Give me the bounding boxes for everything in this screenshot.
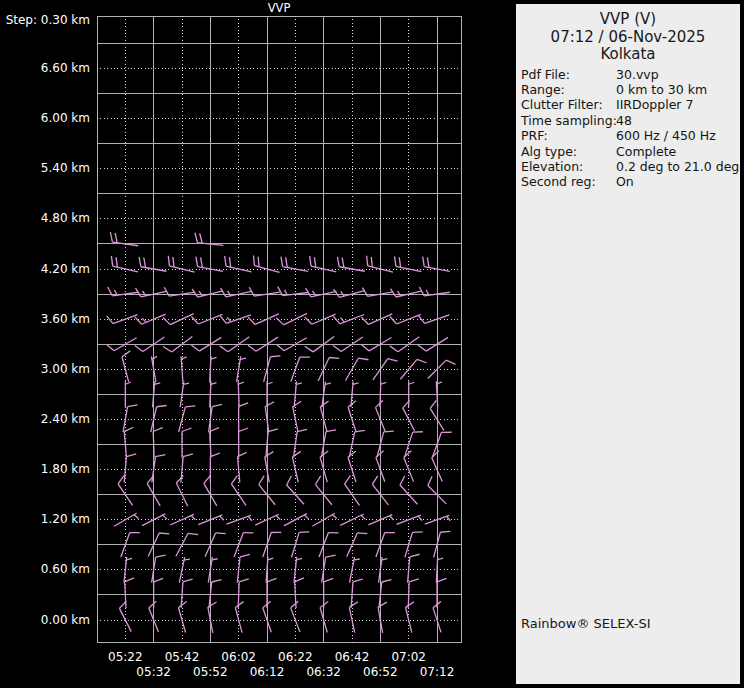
- wind-barb-full-tick: [334, 289, 340, 297]
- y-axis-tick-label: 2.40 km: [0, 413, 90, 426]
- wind-barb-full-tick: [231, 476, 237, 484]
- y-axis-tick-label: 0.60 km: [0, 563, 90, 576]
- wind-barb-full-tick: [268, 429, 278, 432]
- wind-barb-half-tick: [325, 383, 331, 384]
- wind-barb-half-tick: [211, 383, 217, 385]
- wind-barb-half-tick: [126, 558, 132, 559]
- vvp-chart-svg: [0, 0, 516, 688]
- x-axis-tick-label: 06:12: [237, 666, 297, 679]
- wind-barb-full-tick: [299, 532, 309, 533]
- info-label: Elevation:: [521, 159, 616, 174]
- wind-barb-full-tick: [225, 256, 226, 266]
- wind-barb-full-tick: [291, 601, 299, 608]
- x-axis-tick-label: 06:32: [294, 666, 354, 679]
- wind-barb-full-tick: [229, 257, 230, 267]
- wind-barb-staff: [339, 267, 365, 272]
- plot-title: VVP: [239, 2, 319, 15]
- wind-barb-half-tick: [382, 559, 388, 560]
- info-row: Elevation:0.2 deg to 21.0 deg: [521, 159, 740, 174]
- wind-barb-full-tick: [390, 346, 398, 352]
- y-axis-tick-label: 4.20 km: [0, 263, 90, 276]
- wind-barb-full-tick: [345, 476, 351, 484]
- wind-barb-staff: [351, 582, 353, 608]
- panel-title-block: VVP (V) 07:12 / 06-Nov-2025 Kolkata: [516, 4, 740, 64]
- wind-barb-staff: [153, 432, 154, 458]
- x-axis-tick-label: 06:02: [209, 651, 269, 664]
- wind-barb-full-tick: [375, 401, 382, 408]
- info-label: Second reg:: [521, 174, 616, 189]
- wind-barb-full-tick: [118, 476, 124, 484]
- wind-barb-full-tick: [430, 400, 436, 408]
- wind-barb-full-tick: [310, 256, 311, 266]
- wind-barb-staff: [125, 582, 126, 608]
- wind-barb-half-tick: [447, 516, 451, 520]
- info-value: 600 Hz / 450 Hz: [616, 128, 716, 143]
- wind-barb-full-tick: [349, 602, 358, 607]
- wind-barb-full-tick: [423, 257, 425, 267]
- wind-barb-half-tick: [181, 357, 186, 359]
- wind-barb-full-tick: [200, 233, 202, 243]
- wind-barb-half-tick: [296, 558, 302, 559]
- y-axis-tick-label: 3.00 km: [0, 363, 90, 376]
- wind-barb-full-tick: [287, 476, 292, 485]
- info-label: Range:: [521, 82, 616, 97]
- wind-barb-full-tick: [320, 401, 328, 407]
- wind-barb-full-tick: [210, 428, 219, 432]
- wind-barb-full-tick: [183, 454, 193, 457]
- wind-barb-half-tick: [276, 515, 280, 519]
- wind-barb-full-tick: [212, 404, 222, 406]
- wind-barb-full-tick: [286, 257, 288, 267]
- info-row: Time sampling:48: [521, 113, 740, 128]
- wind-barb-full-tick: [295, 578, 304, 582]
- x-axis-tick-label: 06:42: [322, 651, 382, 664]
- wind-barb-full-tick: [333, 316, 340, 324]
- info-label: Pdf File:: [521, 67, 616, 82]
- x-axis-tick-label: 05:42: [152, 651, 212, 664]
- wind-barb-full-tick: [359, 358, 369, 360]
- wind-barb-full-tick: [111, 256, 112, 266]
- wind-barb-full-tick: [367, 256, 368, 266]
- wind-barb-full-tick: [157, 405, 167, 406]
- wind-barb-full-tick: [329, 358, 339, 359]
- y-axis-tick-label: 1.20 km: [0, 513, 90, 526]
- x-axis-tick-label: 06:52: [350, 666, 410, 679]
- product-info-list: Pdf File:30.vvpRange:0 km to 30 kmClutte…: [516, 67, 740, 190]
- wind-barb-full-tick: [135, 317, 142, 324]
- wind-barb-full-tick: [258, 257, 259, 267]
- wind-barb-full-tick: [163, 347, 172, 352]
- wind-barb-half-tick: [381, 382, 387, 384]
- wind-barb-full-tick: [195, 233, 197, 243]
- info-row: PRF:600 Hz / 450 Hz: [521, 128, 740, 143]
- wind-barb-full-tick: [353, 579, 363, 582]
- wind-barb-staff: [238, 582, 239, 608]
- wind-barb-full-tick: [276, 344, 284, 350]
- wind-barb-full-tick: [399, 257, 400, 267]
- wind-barb-full-tick: [178, 602, 186, 608]
- wind-barb-full-tick: [191, 345, 199, 351]
- info-value: 0 km to 30 km: [616, 82, 707, 97]
- wind-barb-full-tick: [254, 256, 255, 266]
- wind-barb-full-tick: [440, 531, 450, 532]
- wind-barb-full-tick: [384, 431, 394, 432]
- wind-barb-full-tick: [320, 451, 328, 457]
- info-row: Pdf File:30.vvp: [521, 67, 740, 82]
- info-row: Second reg:On: [521, 174, 740, 189]
- wind-barb-half-tick: [304, 515, 308, 519]
- info-label: Time sampling:: [521, 113, 616, 128]
- wind-barb-staff: [284, 313, 307, 324]
- y-axis-tick-label: 3.60 km: [0, 313, 90, 326]
- wind-barb-half-tick: [184, 559, 190, 560]
- wind-barb-half-tick: [240, 358, 246, 359]
- wind-barb-full-tick: [220, 346, 228, 352]
- wind-barb-staff: [238, 381, 239, 407]
- wind-barb-full-tick: [182, 428, 192, 432]
- wind-barb-full-tick: [196, 257, 198, 267]
- wind-barb-half-tick: [341, 318, 345, 322]
- wind-barb-half-tick: [211, 357, 217, 359]
- wind-barb-full-tick: [410, 554, 420, 557]
- wind-barb-full-tick: [337, 257, 339, 267]
- wind-barb-full-tick: [281, 257, 283, 267]
- wind-barb-full-tick: [333, 346, 341, 352]
- wind-barb-full-tick: [267, 578, 277, 582]
- vvp-product-window: Step: 0.30 km6.60 km6.00 km5.40 km4.80 k…: [0, 0, 744, 688]
